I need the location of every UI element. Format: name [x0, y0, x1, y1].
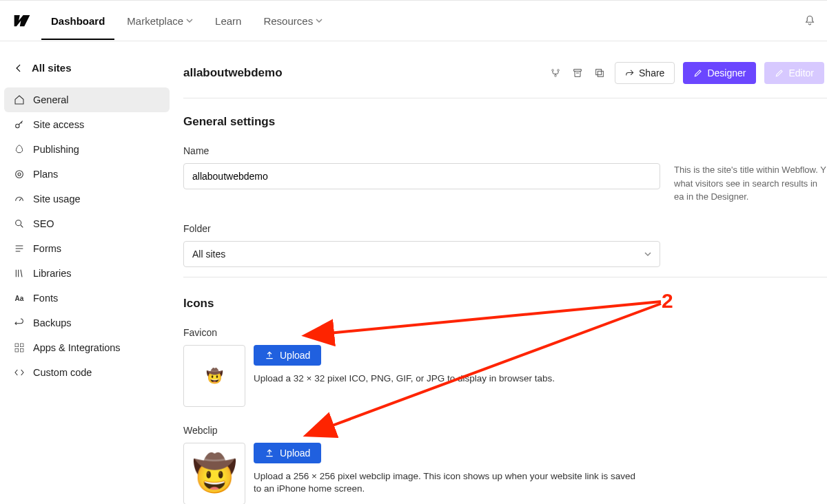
sidebar-item-label: Publishing [33, 144, 79, 155]
favicon-upload-button[interactable]: Upload [254, 345, 321, 366]
name-help-text: This is the site's title within Webflow.… [674, 145, 827, 204]
editor-button[interactable]: Editor [764, 62, 824, 84]
svg-point-2 [18, 173, 21, 176]
books-icon [14, 268, 25, 279]
archive-icon[interactable] [571, 66, 584, 80]
webflow-logo[interactable] [12, 11, 32, 30]
svg-point-0 [16, 124, 19, 127]
chevron-down-icon [186, 17, 193, 24]
webclip-help: Upload a 256 × 256 pixel webclip image. … [254, 470, 640, 496]
sidebar-item-fonts[interactable]: Aa Fonts [4, 286, 170, 311]
svg-rect-6 [15, 348, 19, 352]
sidebar-item-site-access[interactable]: Site access [4, 112, 170, 137]
favicon-help: Upload a 32 × 32 pixel ICO, PNG, GIF, or… [254, 372, 555, 386]
chevron-down-icon [316, 17, 323, 24]
sidebar-item-label: Plans [33, 169, 58, 180]
name-input[interactable] [183, 163, 660, 189]
copy-icon[interactable] [593, 66, 606, 80]
name-row: Name This is the site's title within Web… [183, 145, 827, 204]
favicon-preview: 🤠 [183, 345, 245, 407]
section-general-title: General settings [183, 115, 827, 129]
webclip-upload-button[interactable]: Upload [254, 443, 321, 463]
sidebar-item-publishing[interactable]: Publishing [4, 137, 170, 162]
topnav: Dashboard Marketplace Learn Resources [0, 0, 827, 41]
svg-rect-11 [598, 71, 603, 76]
nav-resources-label: Resources [263, 15, 313, 27]
bell-icon[interactable] [804, 14, 816, 27]
chevron-down-icon [644, 251, 651, 258]
arrow-left-icon [14, 63, 23, 73]
nav-marketplace-label: Marketplace [127, 15, 183, 27]
upload-icon [265, 448, 274, 458]
svg-point-10 [555, 75, 557, 77]
nav-learn[interactable]: Learn [212, 15, 244, 27]
sidebar-list: General Site access Publishing Plans Sit… [0, 87, 174, 385]
webclip-label: Webclip [183, 425, 827, 436]
designer-button[interactable]: Designer [683, 62, 756, 84]
folder-row: Folder All sites [183, 223, 827, 267]
rocket-icon [14, 144, 25, 155]
pencil-icon [775, 68, 784, 78]
home-icon [14, 94, 25, 105]
font-icon: Aa [14, 293, 25, 304]
share-button[interactable]: Share [615, 62, 675, 84]
header-actions: Share Designer Editor [549, 62, 827, 84]
branch-icon[interactable] [549, 66, 562, 80]
section-icons-title: Icons [183, 297, 827, 311]
webclip-preview: 🤠 [183, 443, 245, 505]
page-title: allaboutwebdemo [183, 66, 283, 80]
annotation-number: 2 [662, 289, 673, 313]
upload-icon [265, 350, 274, 360]
target-icon [14, 169, 25, 180]
sidebar-item-seo[interactable]: SEO [4, 211, 170, 236]
search-icon [14, 218, 25, 229]
grid-icon [14, 342, 25, 353]
nav-marketplace[interactable]: Marketplace [124, 15, 196, 27]
back-all-sites[interactable]: All sites [0, 54, 174, 87]
webclip-row: 🤠 Upload Upload a 256 × 256 pixel webcli… [183, 443, 827, 505]
sidebar-item-site-usage[interactable]: Site usage [4, 187, 170, 211]
editor-label: Editor [788, 67, 814, 78]
key-icon [14, 119, 25, 130]
sidebar-item-forms[interactable]: Forms [4, 236, 170, 261]
sidebar-item-label: Apps & Integrations [33, 342, 121, 353]
nav-resources[interactable]: Resources [261, 15, 325, 27]
favicon-row: 🤠 Upload Upload a 32 × 32 pixel ICO, PNG… [183, 345, 827, 407]
favicon-label: Favicon [183, 327, 827, 338]
content: allaboutwebdemo Share Designer Editor [174, 41, 827, 504]
sidebar-item-libraries[interactable]: Libraries [4, 261, 170, 286]
svg-point-9 [558, 70, 560, 72]
main: All sites General Site access Publishing… [0, 41, 827, 504]
sidebar-item-label: Site usage [33, 193, 81, 204]
svg-rect-7 [20, 348, 23, 352]
svg-point-3 [16, 220, 21, 226]
sidebar-item-label: Libraries [33, 268, 72, 279]
sidebar-item-plans[interactable]: Plans [4, 162, 170, 187]
code-icon [14, 367, 25, 378]
sidebar-item-label: Forms [33, 243, 61, 254]
folder-select[interactable]: All sites [183, 241, 660, 267]
sidebar-item-backups[interactable]: Backups [4, 311, 170, 335]
designer-label: Designer [707, 67, 746, 78]
folder-value: All sites [192, 249, 225, 260]
header-row: allaboutwebdemo Share Designer Editor [183, 55, 827, 98]
sidebar-item-general[interactable]: General [4, 87, 170, 112]
upload-label: Upload [280, 350, 310, 361]
undo-icon [14, 317, 25, 328]
back-label: All sites [32, 62, 72, 74]
sidebar-item-label: Custom code [33, 367, 92, 378]
sidebar-item-apps[interactable]: Apps & Integrations [4, 335, 170, 360]
sidebar: All sites General Site access Publishing… [0, 41, 174, 504]
upload-label: Upload [280, 448, 310, 459]
share-label: Share [639, 67, 664, 78]
svg-rect-12 [596, 70, 602, 75]
nav-dashboard[interactable]: Dashboard [48, 15, 108, 27]
lines-icon [14, 243, 25, 254]
sidebar-item-custom-code[interactable]: Custom code [4, 360, 170, 385]
pencil-icon [693, 68, 703, 78]
folder-label: Folder [183, 223, 660, 234]
sidebar-item-label: Fonts [33, 293, 58, 304]
name-label: Name [183, 145, 660, 156]
sidebar-item-label: General [33, 94, 69, 105]
sidebar-item-label: Backups [33, 317, 72, 328]
